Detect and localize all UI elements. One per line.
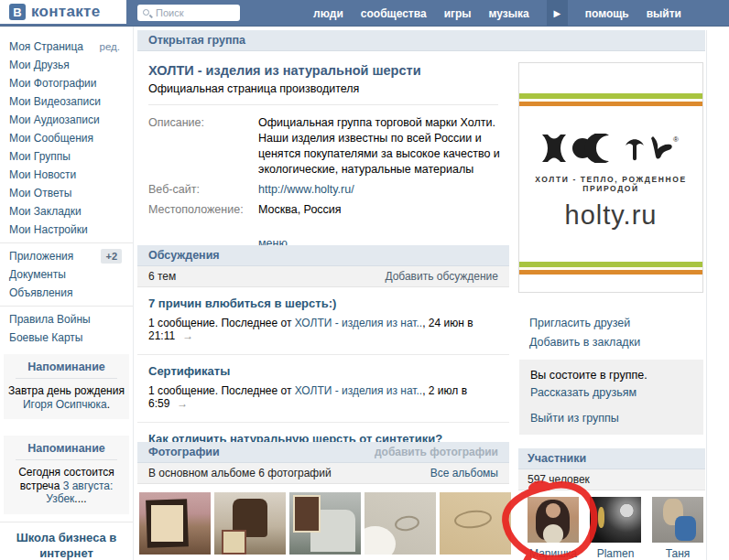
sidebar-item-audios[interactable]: Мои Аудиозаписи <box>0 111 133 129</box>
vk-group-page: В контакте люди сообщества игры музыка ▶… <box>0 0 729 560</box>
vk-logo[interactable]: В контакте <box>0 0 126 24</box>
member-card: Таня <box>652 497 703 560</box>
member-name-link[interactable]: Таня <box>652 547 703 560</box>
topic-title-link[interactable]: Сертификаты <box>148 364 230 378</box>
sidebar-item-ads[interactable]: Объявления <box>0 284 133 302</box>
reminder-text-prefix: Завтра день рождения <box>8 384 125 397</box>
reminder-title: Напоминание <box>16 442 117 460</box>
album-info: В основном альбоме 6 фотографий <box>148 467 332 479</box>
search-input[interactable] <box>137 5 240 21</box>
sidebar-item-my-page[interactable]: Моя Страница <box>0 38 83 56</box>
website-link[interactable]: http://www.holty.ru/ <box>258 183 354 196</box>
member-card: Plamen <box>590 497 641 560</box>
sidebar-item-news[interactable]: Мои Новости <box>0 166 133 184</box>
registered-mark: ® <box>673 135 679 144</box>
invite-friends-link[interactable]: Пригласить друзей <box>529 317 640 329</box>
add-photos-link[interactable]: добавить фотографии <box>375 446 498 458</box>
member-card: Маришка <box>528 497 579 560</box>
divider <box>0 242 133 243</box>
all-albums-link[interactable]: Все альбомы <box>430 467 498 479</box>
group-logo-image[interactable]: ® ХОЛТИ - ТЕПЛО, РОЖДЕННОЕ ПРИРОДОЙ holt… <box>518 62 703 293</box>
business-school-link[interactable]: Школа бизнеса в интернет <box>0 530 133 560</box>
sidebar-item-friends[interactable]: Мои Друзья <box>0 56 133 74</box>
nav-more-button[interactable]: ▶ <box>547 0 568 27</box>
members-header: Участники <box>528 452 586 465</box>
sidebar-item-settings[interactable]: Мои Настройки <box>0 221 133 239</box>
logo-stripes <box>519 93 702 106</box>
group-type-label: Открытая группа <box>148 34 245 47</box>
reminder-text: Завтра день рождения Игоря Осипчюка. <box>8 384 125 411</box>
member-avatar-marishka[interactable] <box>528 497 579 543</box>
discussion-topic: Сертификаты 1 сообщение. Последнее от ХО… <box>137 355 509 423</box>
reminder-title: Напоминание <box>16 361 117 379</box>
nav-item-help[interactable]: помощь <box>585 7 629 20</box>
topic-author-link[interactable]: ХОЛТИ - изделия из нат.. <box>295 384 422 397</box>
group-action-links: Пригласить друзей Добавить в закладки <box>529 317 640 355</box>
sidebar-item-answers[interactable]: Мои Ответы <box>0 184 133 202</box>
brand-tagline: ХОЛТИ - ТЕПЛО, РОЖДЕННОЕ ПРИРОДОЙ <box>519 175 702 193</box>
photo-thumbnail-wool-jacket[interactable] <box>289 492 361 555</box>
sidebar-item-war-rules[interactable]: Правила Войны <box>0 310 133 328</box>
photo-thumbnail-certificate[interactable] <box>139 492 211 555</box>
info-label: Местоположение: <box>148 202 258 218</box>
school-promo: Школа бизнеса в интернет <box>0 530 133 560</box>
nav-item-music[interactable]: музыка <box>489 7 529 20</box>
member-name-link[interactable]: Маришка <box>528 547 579 560</box>
goto-topic-arrow[interactable]: → <box>182 329 193 342</box>
topic-author-link[interactable]: ХОЛТИ - изделия из нат.. <box>295 317 422 329</box>
location-value: Москва, Россия <box>258 202 509 218</box>
add-discussion-link[interactable]: Добавить обсуждение <box>385 270 498 283</box>
sidebar-item-apps[interactable]: Приложения <box>0 247 73 265</box>
leave-group-link[interactable]: Выйти из группы <box>530 412 692 425</box>
add-bookmark-link[interactable]: Добавить в закладки <box>529 336 640 349</box>
sidebar-item-battle-maps[interactable]: Боевые Карты <box>0 328 133 347</box>
sidebar-item-photos[interactable]: Мои Фотографии <box>0 74 133 92</box>
members-count: 597 человек <box>528 473 590 486</box>
photos-section: Фотографии добавить фотографии В основно… <box>137 442 509 484</box>
member-name-link[interactable]: Plamen <box>590 547 641 560</box>
info-row-description: Описание: Официальная группа торговой ма… <box>148 115 509 178</box>
play-arrow-icon: ▶ <box>553 8 560 18</box>
reminder-text-suffix: . <box>107 398 110 411</box>
info-label: Веб-сайт: <box>148 182 258 198</box>
sidebar-edit-link[interactable]: ред. <box>100 38 120 56</box>
page-subtitle: Официальная страница производителя <box>148 82 509 95</box>
reminder-box-meeting: Напоминание Сегодня состоится встреча 3 … <box>4 436 129 514</box>
top-header: В контакте люди сообщества игры музыка ▶… <box>0 0 729 27</box>
nav-item-communities[interactable]: сообщества <box>361 7 427 20</box>
header-search <box>137 5 240 21</box>
membership-status: Вы состоите в группе. <box>530 369 692 382</box>
sidebar-item-groups[interactable]: Мои Группы <box>0 147 133 166</box>
sidebar-item-videos[interactable]: Мои Видеозаписи <box>0 92 133 111</box>
nav-item-logout[interactable]: выйти <box>647 7 681 20</box>
orange-stripe <box>519 102 702 106</box>
sidebar-item-documents[interactable]: Документы <box>0 265 133 284</box>
holty-wordmark-icon: ® <box>538 134 684 163</box>
photo-thumbnail-wool-vest[interactable] <box>214 492 286 555</box>
membership-box: Вы состоите в группе. Рассказать друзьям… <box>519 360 703 435</box>
photo-thumbnail-sand-closeup[interactable] <box>440 492 511 555</box>
topic-title-link[interactable]: 7 причин влюбиться в шерсть:) <box>148 296 336 310</box>
sidebar-item-bookmarks[interactable]: Мои Закладки <box>0 202 133 221</box>
info-row-website: Веб-сайт: http://www.holty.ru/ <box>148 182 509 198</box>
group-type-bar: Открытая группа <box>137 30 705 51</box>
sidebar-item-messages[interactable]: Мои Сообщения <box>0 129 133 147</box>
birthday-person-link[interactable]: Игоря Осипчюка <box>23 398 107 411</box>
photo-thumbnail-sand-writing[interactable] <box>364 492 436 555</box>
member-avatar-plamen[interactable] <box>590 497 641 543</box>
brand-site-text: holty.ru <box>519 200 702 231</box>
divider <box>148 104 498 105</box>
member-avatar-tanya[interactable] <box>652 497 703 543</box>
tell-friends-link[interactable]: Рассказать друзьям <box>530 386 692 399</box>
goto-topic-arrow[interactable]: → <box>177 397 188 410</box>
header-nav: люди сообщества игры музыка ▶ помощь вый… <box>313 0 729 27</box>
reminder-box-birthday: Напоминание Завтра день рождения Игоря О… <box>4 354 129 419</box>
discussions-header: Обсуждения <box>148 249 220 262</box>
info-row-location: Местоположение: Москва, Россия <box>148 202 509 218</box>
topic-meta: 1 сообщение. Последнее от ХОЛТИ - издели… <box>148 317 498 342</box>
nav-item-games[interactable]: игры <box>444 7 472 20</box>
reminder-text-suffix: .... <box>74 492 86 505</box>
topics-count: 6 тем <box>148 270 176 283</box>
group-description-text: Официальная группа торговой марки Холти.… <box>258 115 509 178</box>
nav-item-people[interactable]: люди <box>313 7 343 20</box>
